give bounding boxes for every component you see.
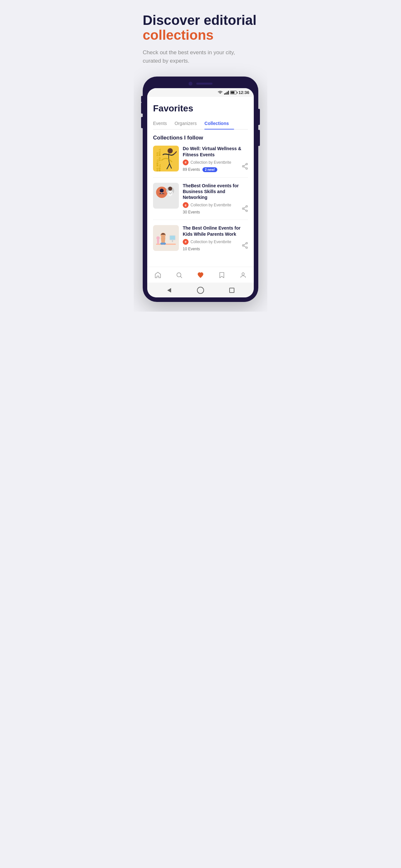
back-button[interactable] [165,286,174,295]
tabs-row: Events Organizers Collections [153,118,248,129]
tab-collections[interactable]: Collections [204,118,234,129]
tab-events[interactable]: Events [153,118,172,129]
tab-organizers[interactable]: Organizers [175,118,202,129]
back-triangle-icon [167,288,171,292]
share-button-1[interactable] [242,163,248,171]
svg-point-33 [242,273,244,275]
app-header: Favorites Events Organizers Collections [147,97,254,129]
hero-title-line2: collections [143,28,258,42]
new-badge-1: 2 new! [203,167,217,172]
heart-icon [197,272,204,279]
collection-name-3: The Best Online Events for Kids While Pa… [183,225,248,237]
eventbrite-logo-2: e [183,202,189,208]
hero-subtitle: Check out the best events in your city, … [143,49,246,65]
svg-point-24 [163,243,166,245]
svg-line-5 [244,166,246,168]
home-icon [154,272,161,279]
collection-item[interactable]: DO WELL · DO WELL · DO WELL [153,146,248,177]
section-title: Collections I follow [153,135,248,141]
svg-point-2 [246,167,248,169]
wellness-illustration [160,148,177,169]
svg-line-16 [244,207,246,209]
volume-up-button [141,102,143,114]
collection-thumb-wellness: DO WELL · DO WELL · DO WELL [153,146,179,172]
svg-rect-21 [172,240,173,242]
business-illustration [155,184,177,207]
svg-point-8 [168,187,172,190]
phone-bottom-bar [147,283,254,298]
svg-point-15 [243,208,244,210]
collection-by-3: e Collection by Eventbrite [183,239,248,245]
mute-button [141,96,143,102]
status-bar: 12:36 [147,88,254,97]
nav-account[interactable] [236,270,251,280]
events-count-1: 89 Events [183,167,200,172]
app-content: Favorites Events Organizers Collections [147,97,254,282]
bottom-nav [147,267,254,283]
home-circle-icon [197,287,204,294]
svg-point-0 [167,148,173,153]
status-icons [218,91,237,95]
svg-point-14 [246,210,248,212]
phone-speaker [196,83,212,85]
svg-point-26 [246,242,248,244]
svg-point-9 [168,192,169,193]
eventbrite-logo-1: e [183,159,189,165]
home-button[interactable] [196,286,205,295]
phone-camera [189,82,192,86]
events-count-2: 30 Events [183,210,200,214]
kids-illustration [155,227,177,249]
svg-point-13 [246,206,248,207]
share-button-3[interactable] [242,242,248,250]
wifi-icon [218,91,223,95]
svg-rect-18 [156,244,176,245]
phone-top-bar [147,82,254,86]
collection-name-2: TheBest Online events for Business Skill… [183,183,248,200]
status-time: 12:36 [239,90,249,95]
svg-line-4 [244,164,246,166]
nav-favorites[interactable] [193,270,208,280]
phone-mockup: 12:36 Favorites Events Organizers [143,76,258,302]
eventbrite-logo-3: e [183,239,189,245]
collection-info-2: TheBest Online events for Business Skill… [183,183,248,215]
phone-screen: 12:36 Favorites Events Organizers [147,88,254,297]
hero-title-line1: Discover editorial [143,13,258,28]
collection-curator-2: Collection by Eventbrite [190,203,231,207]
share-icon-1 [242,163,248,169]
signal-icon [224,91,229,95]
svg-rect-20 [170,236,175,240]
svg-line-29 [244,244,246,245]
collection-thumb-business [153,183,179,209]
svg-point-10 [170,193,171,194]
collection-info-3: The Best Online Events for Kids While Pa… [183,225,248,251]
share-icon-2 [242,206,248,212]
svg-point-28 [243,244,244,246]
collection-item-3[interactable]: The Best Online Events for Kids While Pa… [153,225,248,256]
svg-point-1 [246,163,248,165]
collection-meta-3: 10 Events [183,247,248,251]
events-count-3: 10 Events [183,247,200,251]
nav-saved[interactable] [214,270,229,280]
collection-item-2[interactable]: TheBest Online events for Business Skill… [153,183,248,220]
hero-section: Discover editorial collections Check out… [143,13,258,65]
svg-point-11 [171,192,172,193]
collection-meta-1: 89 Events 2 new! [183,167,248,172]
collection-by-2: e Collection by Eventbrite [183,202,248,208]
nav-search[interactable] [172,270,187,280]
recent-button[interactable] [227,286,236,295]
svg-line-17 [244,209,246,211]
volume-down-button [141,117,143,128]
collections-content: Collections I follow DO WELL · DO WELL ·… [147,129,254,267]
phone-container: 12:36 Favorites Events Organizers [143,76,258,302]
svg-point-3 [243,165,244,167]
nav-home[interactable] [150,270,165,280]
share-icon-3 [242,242,248,249]
bookmark-icon [218,272,225,279]
collection-meta-2: 30 Events [183,210,248,214]
share-button-2[interactable] [242,206,248,213]
collection-curator-3: Collection by Eventbrite [190,240,231,244]
collection-info-1: Do Well: Virtual Wellness & Fitness Even… [183,146,248,172]
page-wrapper: Discover editorial collections Check out… [134,0,267,312]
collection-by-1: e Collection by Eventbrite [183,159,248,165]
collection-name-1: Do Well: Virtual Wellness & Fitness Even… [183,146,248,157]
